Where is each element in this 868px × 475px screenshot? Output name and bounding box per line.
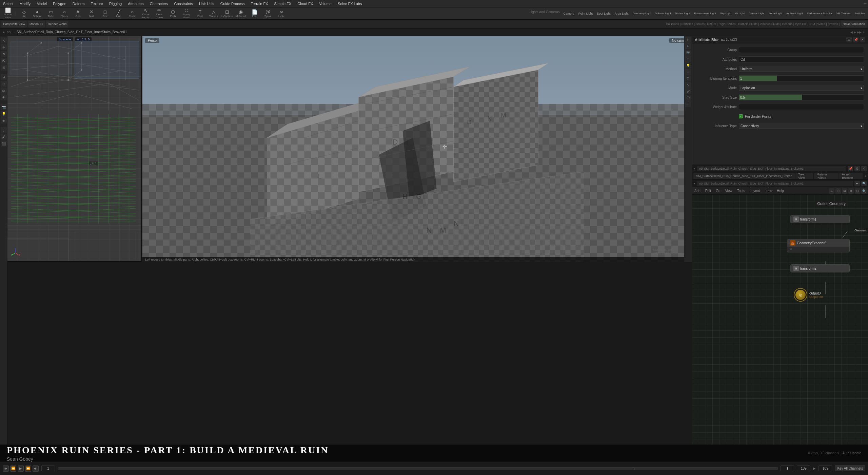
tool-draw-curve[interactable]: ✏ Draw Curve (153, 8, 166, 19)
form-method-dropdown[interactable]: Uniform ▾ (739, 66, 864, 72)
menu-texture[interactable]: Texture (89, 1, 105, 6)
tool-platonic[interactable]: △ Platonic (207, 8, 220, 19)
tool-camera[interactable]: Camera (562, 10, 576, 17)
key-all-channels-btn[interactable]: Key All Channels (835, 466, 865, 471)
vp-icon-dots[interactable]: ⋮ (685, 101, 691, 107)
tool-sphere[interactable]: ● Sphere (31, 8, 44, 19)
menu-terrain-fx[interactable]: Terrain FX (249, 1, 270, 6)
menu-guide-process[interactable]: Guide Process (219, 1, 246, 6)
node-editor-close-btn[interactable]: ✕ (861, 166, 867, 171)
left-tool-handle[interactable]: ⊿ (1, 74, 7, 80)
viewport-3d[interactable]: D I D N M H G N M N L (142, 36, 692, 262)
tool-spray-paint[interactable]: ∷ Spray Paint (180, 8, 193, 19)
tool-curve-bezier[interactable]: ∿ Curve Bezier (139, 8, 152, 19)
tool-portal-light[interactable]: Portal Light (767, 10, 784, 17)
tool-torus[interactable]: ○ Torus (58, 8, 71, 19)
menu-volume[interactable]: Volume (317, 1, 333, 6)
tl-btn-next[interactable]: ⏩ (25, 466, 31, 472)
frame-range-start[interactable]: 1 (781, 466, 794, 471)
tool-spot-light[interactable]: Spot Light (595, 10, 612, 17)
menu-hair-utils[interactable]: Hair Utils (197, 1, 216, 6)
menu-polygon[interactable]: Polygon (51, 1, 68, 6)
form-step-size-slider[interactable]: 0.5 (739, 94, 864, 100)
node-transform2[interactable]: ⊞ transform2 (790, 264, 850, 272)
tool-font[interactable]: T Font (194, 8, 206, 19)
tool-geo-light[interactable]: Geometry Light (631, 10, 653, 17)
tool-helix[interactable]: ∞ Helix (275, 8, 288, 19)
frame-range-end[interactable]: 189 (797, 466, 810, 471)
node-menu-add[interactable]: Add (693, 189, 702, 193)
tool-vr-camera[interactable]: VR Camera (835, 10, 852, 17)
frame-display[interactable]: 1 (41, 466, 55, 471)
node-menu-help[interactable]: Help (776, 189, 785, 193)
node-editor2-icon-btn2[interactable]: 🔍 (861, 181, 867, 186)
menu-modify[interactable]: Modify (18, 1, 32, 6)
left-tool-move[interactable]: ✛ (1, 44, 7, 50)
left-tool-rotate[interactable]: ↻ (1, 51, 7, 57)
form-weight-attr-input[interactable] (739, 104, 864, 110)
menu-rigging[interactable]: Rigging (107, 1, 123, 6)
node-tool-icon3[interactable]: ⊞ (842, 188, 847, 194)
tool-sky-light[interactable]: Sky Light (718, 10, 733, 17)
tool-ambient-light[interactable]: Ambient Light (785, 10, 805, 17)
attr-panel-settings-btn[interactable]: ⚙ (846, 37, 852, 42)
tool-file[interactable]: 📄 File (248, 8, 261, 19)
vp-icon-snap[interactable]: ⊡ (685, 75, 691, 81)
tool-point-light[interactable]: Point Light (577, 10, 595, 17)
node-menu-view[interactable]: View (724, 189, 733, 193)
node-menu-layout[interactable]: Layout (749, 189, 761, 193)
form-attributes-input[interactable]: Cd (739, 56, 864, 62)
tool-env-light[interactable]: Environment Light (692, 10, 717, 17)
menu-simple-fx[interactable]: Simple FX (273, 1, 293, 6)
left-tool-view[interactable]: 👁 (1, 94, 7, 100)
tool-null[interactable]: ✕ Null (85, 8, 98, 19)
node-tool-search[interactable]: 🔍 (861, 188, 867, 194)
node-geo-exporter[interactable]: 📤 GeometryExporter6 ⚙ (787, 239, 850, 252)
end-frame-display[interactable]: 189 (818, 466, 832, 471)
tool-l-system[interactable]: ⊡ L-System (221, 8, 234, 19)
menu-select[interactable]: Select (1, 1, 15, 6)
attr-panel-pin-btn[interactable]: 📌 (853, 37, 859, 42)
node-tab-sm[interactable]: SM_SurfaceDetail_Ruin_Church_Side_EXT_Fl… (693, 173, 795, 179)
tool-circle[interactable]: ○ Circle (126, 8, 139, 19)
tl-btn-start[interactable]: ⏮ (3, 466, 9, 472)
left-tool-pivot[interactable]: ◎ (1, 88, 7, 94)
node-menu-go[interactable]: Go (715, 189, 721, 193)
vp-icon-paint[interactable]: 🖌 (685, 88, 691, 94)
node-editor2-icon-btn1[interactable]: ⬅ (854, 181, 860, 186)
tool-gi-light[interactable]: Gi Light (734, 10, 747, 17)
left-tool-camera[interactable]: 📷 (1, 104, 7, 110)
node-tab-asset[interactable]: Asset Browser (839, 173, 863, 179)
node-editor-settings-btn[interactable]: ⚙ (854, 166, 860, 171)
expand-icon[interactable]: + (864, 1, 867, 7)
vp-icon-info[interactable]: ⓘ (685, 95, 691, 101)
tool-line[interactable]: ╱ Line (112, 8, 125, 19)
menu-constraints[interactable]: Constraints (172, 1, 195, 6)
tool-obj[interactable]: ◇ obj (17, 8, 30, 19)
tool-area-light[interactable]: Area Light (613, 10, 630, 17)
tool-scene-view[interactable]: ⬜ Scene View (1, 8, 14, 19)
node-tab-material[interactable]: Material Palette (814, 173, 839, 179)
tool-render-world[interactable]: Render World (46, 21, 68, 27)
node-tab-tree-view[interactable]: Tree View (795, 173, 813, 179)
tool-box[interactable]: □ Box (99, 8, 112, 19)
tool-composite-view[interactable]: Composite View (1, 21, 27, 27)
menu-model[interactable]: Model (35, 1, 48, 6)
tool-caustic-light[interactable]: Caustic Light (747, 10, 766, 17)
tool-volume-light[interactable]: Volume Light (653, 10, 672, 17)
tool-switcher[interactable]: Switcher (853, 10, 867, 17)
node-editor-pin-btn[interactable]: 📌 (848, 166, 853, 171)
form-influence-type-dropdown[interactable]: Connectivity ▾ (739, 123, 864, 129)
left-tool-paint[interactable]: 🖌 (1, 134, 7, 140)
tool-tube[interactable]: ▭ Tube (44, 8, 57, 19)
tool-spiral[interactable]: @ Spiral (261, 8, 274, 19)
vp-icon-1[interactable]: ⬆ (685, 37, 691, 43)
left-tool-select[interactable]: ↖ (1, 37, 7, 43)
viewport-2d[interactable]: bc scene wf: 1/1: 0 (7, 36, 142, 262)
vp-icon-camera[interactable]: 📷 (685, 50, 691, 56)
form-group-input[interactable] (739, 47, 864, 53)
node-canvas[interactable]: Grains Geometry Geometry ⊞ (692, 195, 868, 444)
tool-drive-sim[interactable]: Drive Simulation (841, 21, 867, 27)
menu-solve-fx-labs[interactable]: Solve FX Labs (336, 1, 364, 6)
tl-btn-end[interactable]: ⏭ (33, 466, 39, 472)
